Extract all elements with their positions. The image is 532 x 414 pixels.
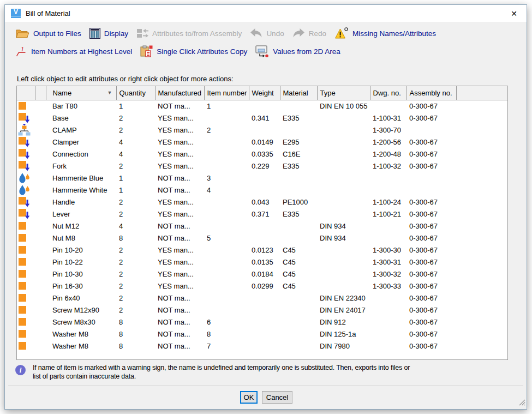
- cell-assembly-no: [407, 172, 456, 184]
- part-arrow-icon: [17, 196, 35, 208]
- table-row[interactable]: Washer M8 8 NOT ma... 8 DIN 125-1a 0-300…: [17, 328, 507, 340]
- table-row[interactable]: Connection 4 YES man... 0.0335 C16E 1-20…: [17, 148, 507, 160]
- missing-names-button[interactable]: Missing Names/Attributes: [334, 27, 436, 39]
- cell-type: DIN 7980: [317, 340, 370, 352]
- table-row[interactable]: Base 2 YES man... 0.341 E335 1-100-31 0-…: [17, 112, 507, 124]
- cell-type: [317, 112, 370, 124]
- table-row[interactable]: Hammerite Blue 1 NOT ma... 3: [17, 172, 507, 184]
- header-weight[interactable]: Weight: [249, 86, 280, 100]
- display-button[interactable]: Display: [89, 28, 128, 39]
- cell-type: [317, 172, 370, 184]
- cell-item-number: [204, 268, 249, 280]
- table-row[interactable]: Nut M8 8 NOT ma... 5 DIN 934 0-300-67: [17, 232, 507, 244]
- bom-table-body: Bar T80 1 NOT ma... 1 DIN EN 10 055 0-30…: [17, 100, 507, 352]
- cell-weight: [249, 172, 280, 184]
- cell-manufactured: YES man...: [155, 160, 204, 172]
- header-manufactured[interactable]: Manufactured: [155, 86, 204, 100]
- table-row[interactable]: Clamper 4 YES man... 0.0149 E295 1-200-5…: [17, 136, 507, 148]
- table-row[interactable]: Screw M12x90 2 NOT ma... DIN EN 24017 0-…: [17, 304, 507, 316]
- title-bar[interactable]: V Bill of Material ✕: [5, 5, 527, 22]
- cell-item-number: [204, 292, 249, 304]
- cell-item-number: [204, 148, 249, 160]
- cell-quantity: 1: [116, 172, 155, 184]
- table-row[interactable]: Hammerite White 1 NOT ma... 4: [17, 184, 507, 196]
- cell-item-number: [204, 208, 249, 220]
- cell-material: E335: [280, 208, 317, 220]
- cell-weight: 0.0184: [249, 268, 280, 280]
- table-row[interactable]: Pin 6x40 2 NOT ma... DIN EN 22340 0-300-…: [17, 292, 507, 304]
- output-to-files-button[interactable]: Output to Files: [16, 28, 81, 39]
- table-row[interactable]: Nut M12 4 NOT ma... DIN 934 0-300-67: [17, 220, 507, 232]
- cell-item-number: [204, 160, 249, 172]
- cell-trailing: [456, 220, 507, 232]
- cell-type: [317, 244, 370, 256]
- table-row[interactable]: Pin 10-22 2 YES man... 0.0135 C45 1-300-…: [17, 256, 507, 268]
- toolbar-row-1: Output to Files Display: [5, 25, 527, 42]
- cell-trailing: [456, 124, 507, 136]
- cell-quantity: 2: [116, 280, 155, 292]
- resize-grip[interactable]: [518, 398, 525, 408]
- cell-dwg-no: 1-200-56: [370, 136, 407, 148]
- redo-button[interactable]: Redo: [292, 28, 326, 39]
- cell-trailing: [456, 148, 507, 160]
- header-quantity[interactable]: Quantity: [116, 86, 155, 100]
- cell-spacer: [35, 280, 46, 292]
- table-row[interactable]: Pin 10-20 2 YES man... 0.0123 C45 1-300-…: [17, 244, 507, 256]
- attributes-assembly-button[interactable]: Attributes to/from Assembly: [136, 28, 242, 39]
- cell-dwg-no: 1-100-32: [370, 160, 407, 172]
- cancel-button[interactable]: Cancel: [262, 391, 292, 404]
- cell-assembly-no: 0-300-67: [407, 256, 456, 268]
- button-row: OK Cancel: [5, 391, 528, 404]
- cell-type: [317, 184, 370, 196]
- part-icon: [17, 268, 35, 280]
- cell-type: [317, 208, 370, 220]
- cell-quantity: 4: [116, 220, 155, 232]
- cell-manufactured: NOT ma...: [155, 232, 204, 244]
- table-row[interactable]: Screw M8x30 8 NOT ma... 6 DIN 912 0-300-…: [17, 316, 507, 328]
- table-row[interactable]: Pin 16-30 2 YES man... 0.0299 C45 1-300-…: [17, 280, 507, 292]
- part-arrow-icon: [17, 160, 35, 172]
- header-material[interactable]: Material: [280, 86, 317, 100]
- cell-name: Nut M8: [46, 232, 116, 244]
- cell-item-number: [204, 220, 249, 232]
- undo-icon: [250, 28, 262, 39]
- close-icon[interactable]: ✕: [501, 5, 527, 22]
- table-row[interactable]: CLAMP 2 YES man... 2 1-300-70: [17, 124, 507, 136]
- table-row[interactable]: Handle 2 YES man... 0.043 PE1000 1-100-2…: [17, 196, 507, 208]
- item-numbers-highest-level-button[interactable]: 1 Item Numbers at Highest Level: [16, 45, 132, 57]
- table-row[interactable]: Fork 2 YES man... 0.229 E335 1-100-32 0-…: [17, 160, 507, 172]
- ok-button[interactable]: OK: [240, 391, 258, 404]
- header-item-number[interactable]: Item number: [204, 86, 249, 100]
- header-dwg-no[interactable]: Dwg. no.: [370, 86, 407, 100]
- table-row[interactable]: Pin 10-30 2 YES man... 0.0184 C45 1-300-…: [17, 268, 507, 280]
- single-click-attributes-copy-button[interactable]: Single Click Attributes Copy: [140, 45, 247, 57]
- cell-dwg-no: [370, 100, 407, 112]
- cell-weight: [249, 316, 280, 328]
- paint-icon: [17, 172, 35, 184]
- cell-item-number: 2: [204, 124, 249, 136]
- cell-type: [317, 196, 370, 208]
- cell-type: DIN 912: [317, 316, 370, 328]
- cell-item-number: 3: [204, 172, 249, 184]
- table-row[interactable]: Washer M8 8 NOT ma... 7 DIN 7980 0-300-6…: [17, 340, 507, 352]
- part-arrow-icon: [17, 112, 35, 124]
- cell-spacer: [35, 196, 46, 208]
- cell-type: DIN 934: [317, 232, 370, 244]
- cell-manufactured: YES man...: [155, 244, 204, 256]
- values-from-2d-area-button[interactable]: Values from 2D Area: [255, 45, 340, 57]
- cell-assembly-no: 0-300-67: [407, 292, 456, 304]
- cell-assembly-no: [407, 184, 456, 196]
- undo-button[interactable]: Undo: [250, 28, 284, 39]
- cell-manufactured: YES man...: [155, 136, 204, 148]
- cell-weight: [249, 340, 280, 352]
- table-row[interactable]: Lever 2 YES man... 0.371 E335 1-100-21 0…: [17, 208, 507, 220]
- cell-material: C45: [280, 280, 317, 292]
- header-type[interactable]: Type: [317, 86, 370, 100]
- cell-item-number: 7: [204, 340, 249, 352]
- table-row[interactable]: Bar T80 1 NOT ma... 1 DIN EN 10 055 0-30…: [17, 100, 507, 112]
- cell-weight: [249, 184, 280, 196]
- header-name[interactable]: Name ▼: [46, 86, 116, 100]
- cell-trailing: [456, 160, 507, 172]
- header-assembly-no[interactable]: Assembly no.: [407, 86, 456, 100]
- table-header-row: Name ▼ Quantity Manufactured Item number…: [17, 86, 507, 100]
